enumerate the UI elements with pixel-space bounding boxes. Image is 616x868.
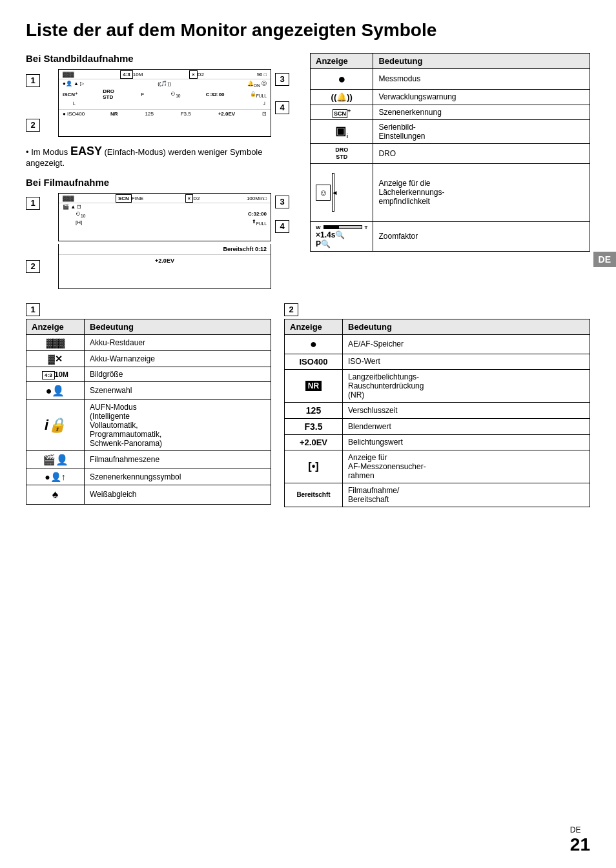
icon-cell: ▓▓▓ [26, 334, 85, 350]
icon-cell: ●👤 [26, 381, 85, 399]
table-row: ISO400 ISO-Wert [285, 354, 590, 369]
table-row: ● AE/AF-Speicher [285, 334, 590, 354]
table-row: F3.5 Blendenwert [285, 418, 590, 434]
meaning-cell: AUFN-Modus(IntelligenteVollautomatik,Pro… [85, 399, 271, 450]
table-row: ((🔔)) Verwacklungswarnung [311, 89, 590, 105]
table-row: ▓▓▓ Akku-Restdauer [26, 334, 271, 350]
meaning-cell: Filmaufnahmeszene [85, 450, 271, 469]
meaning-cell: Weißabgleich [85, 485, 271, 504]
film-camera-diagram: 1 2 ▓▓▓ SCNFINE ×D2 100Min□ 🎬 ▲ ⊡ [26, 193, 297, 289]
table-row: ●👤 Szenenwahl [26, 381, 271, 399]
sec1-col1: Anzeige [26, 319, 85, 334]
table-row: ●👤↑ Szenenerkennungssymbol [26, 469, 271, 485]
icon-cell: +2.0EV [285, 434, 343, 450]
meaning-cell: Blendenwert [343, 418, 590, 434]
meaning-cell: Akku-Restdauer [85, 334, 271, 350]
table-row: DROSTD DRO [311, 144, 590, 164]
meaning-cell: Bildgröße [85, 367, 271, 381]
table-row: NR Langzeitbelichtungs-Rauschunterdrücku… [285, 369, 590, 402]
section2-table: Anzeige Bedeutung ● AE/AF-Speicher ISO40… [284, 319, 590, 507]
page-label: DE [570, 825, 581, 834]
label-4-film: 4 [275, 220, 289, 233]
meaning-cell: Verschlusszeit [343, 402, 590, 418]
meaning-cell: Filmaufnahme/Bereitschaft [343, 483, 590, 507]
film-camera-bottom: Bereitschft 0:12 +2.0EV [58, 244, 271, 289]
right-top-table: Anzeige Bedeutung ● Messmodus ((🔔)) Verw… [310, 53, 590, 252]
easy-mode-note: • Im Modus EASY (Einfach-Modus) werden w… [26, 145, 297, 168]
icon-cell: ▓✕ [26, 350, 85, 367]
label-1-film: 1 [26, 197, 40, 210]
icon-cell: ▣i [311, 120, 373, 144]
section2-area: 2 Anzeige Bedeutung ● AE/AF-Speicher ISO… [284, 303, 590, 514]
table-row: 4:310M Bildgröße [26, 367, 271, 381]
section2-label: 2 [284, 303, 298, 316]
right-top-section: Anzeige Bedeutung ● Messmodus ((🔔)) Verw… [310, 53, 590, 297]
icon-cell: W T ×1.4s🔍 P🔍 [311, 221, 373, 251]
sec2-col1: Anzeige [285, 319, 343, 334]
meaning-cell: Zoomfaktor [373, 221, 590, 251]
table-row: ▣i Serienbild-Einstellungen [311, 120, 590, 144]
meaning-cell: ISO-Wert [343, 354, 590, 369]
section1-table: Anzeige Bedeutung ▓▓▓ Akku-Restdauer ▓✕ … [26, 319, 271, 505]
right-top-col2: Bedeutung [373, 53, 590, 68]
icon-cell: DROSTD [311, 144, 373, 164]
meaning-cell: Serienbild-Einstellungen [373, 120, 590, 144]
icon-cell: 🎬👤 [26, 450, 85, 469]
icon-cell: ● [311, 68, 373, 89]
table-row: ▓✕ Akku-Warnanzeige [26, 350, 271, 367]
sec2-col2: Bedeutung [343, 319, 590, 334]
label-1-still: 1 [26, 74, 40, 87]
icon-cell: [•] [285, 450, 343, 483]
icon-cell: Bereitschft [285, 483, 343, 507]
meaning-cell: Anzeige für dieLächelerkennungs-empfindl… [373, 163, 590, 221]
label-4-still: 4 [275, 101, 289, 114]
page-number: 21 [570, 834, 590, 855]
meaning-cell: Verwacklungswarnung [373, 89, 590, 105]
icon-cell: SCN+ [311, 105, 373, 120]
table-row: W T ×1.4s🔍 P🔍 Zoomfaktor [311, 221, 590, 251]
table-row: ☺ ◄ Anzeige für dieLächelerkennungs-empf… [311, 163, 590, 221]
icon-cell: F3.5 [285, 418, 343, 434]
section1-area: 1 Anzeige Bedeutung ▓▓▓ Akku-Restdauer ▓… [26, 303, 271, 514]
table-row: ♠ Weißabgleich [26, 485, 271, 504]
nr-icon: NR [305, 381, 322, 391]
table-row: 🎬👤 Filmaufnahmeszene [26, 450, 271, 469]
meaning-cell: Belichtungswert [343, 434, 590, 450]
table-row: +2.0EV Belichtungswert [285, 434, 590, 450]
icon-cell: 4:310M [26, 367, 85, 381]
still-camera-diagram: 1 2 ▓▓▓ 4:310M ×D2 96 □ ●👤 ▲ ▷ [26, 69, 297, 137]
table-row: i🔒 AUFN-Modus(IntelligenteVollautomatik,… [26, 399, 271, 450]
table-row: 125 Verschlusszeit [285, 402, 590, 418]
table-row: [•] Anzeige fürAF-Messzonensucher-rahmen [285, 450, 590, 483]
film-camera-top: ▓▓▓ SCNFINE ×D2 100Min□ 🎬 ▲ ⊡ ⏲10 C:32:0… [58, 193, 271, 241]
meaning-cell: Anzeige fürAF-Messzonensucher-rahmen [343, 450, 590, 483]
meaning-cell: Szenenerkennung [373, 105, 590, 120]
label-2-film: 2 [26, 260, 40, 273]
meaning-cell: Langzeitbelichtungs-Rauschunterdrückung(… [343, 369, 590, 402]
icon-cell: NR [285, 369, 343, 402]
label-3-still: 3 [275, 73, 289, 86]
table-row: Bereitschft Filmaufnahme/Bereitschaft [285, 483, 590, 507]
label-3-film: 3 [275, 196, 289, 208]
page-footer: DE 21 [570, 825, 590, 855]
heading-standbild: Bei Standbildaufnahme [26, 53, 297, 64]
icon-cell: i🔒 [26, 399, 85, 450]
icon-cell: ☺ ◄ [311, 163, 373, 221]
meaning-cell: AE/AF-Speicher [343, 334, 590, 354]
meaning-cell: Akku-Warnanzeige [85, 350, 271, 367]
table-row: ● Messmodus [311, 68, 590, 89]
icon-cell: ● [285, 334, 343, 354]
sec1-col2: Bedeutung [85, 319, 271, 334]
icon-cell: ((🔔)) [311, 89, 373, 105]
icon-cell: ♠ [26, 485, 85, 504]
bottom-tables: 1 Anzeige Bedeutung ▓▓▓ Akku-Restdauer ▓… [26, 303, 590, 514]
meaning-cell: DRO [373, 144, 590, 164]
right-top-col1: Anzeige [311, 53, 373, 68]
meaning-cell: Messmodus [373, 68, 590, 89]
icon-cell: 125 [285, 402, 343, 418]
icon-cell: ISO400 [285, 354, 343, 369]
section1-label: 1 [26, 303, 40, 316]
meaning-cell: Szenenerkennungssymbol [85, 469, 271, 485]
icon-cell: ●👤↑ [26, 469, 85, 485]
still-camera-box: ▓▓▓ 4:310M ×D2 96 □ ●👤 ▲ ▷ ((🎵)) 🔔ON ⓪ i… [58, 69, 271, 137]
